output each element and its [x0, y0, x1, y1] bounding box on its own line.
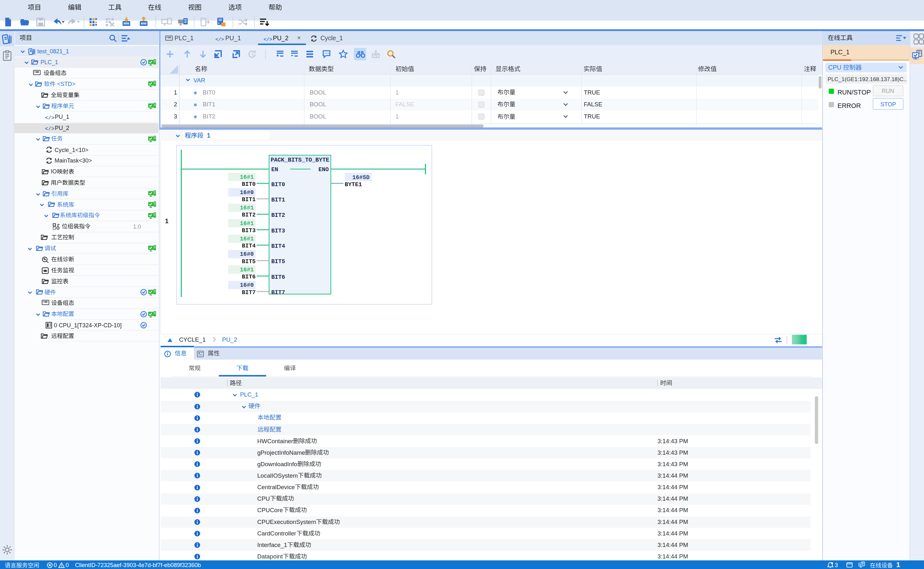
- svg-text:BIT1: BIT1: [242, 196, 256, 203]
- svg-text:BIT5: BIT5: [242, 258, 256, 265]
- svg-text:BIT6: BIT6: [242, 274, 256, 280]
- svg-text:16#0: 16#0: [240, 251, 254, 257]
- svg-text:BIT4: BIT4: [271, 243, 285, 250]
- svg-text:16#0: 16#0: [240, 282, 254, 288]
- svg-text:16#1: 16#1: [240, 220, 254, 227]
- svg-text:16#1: 16#1: [240, 205, 254, 211]
- svg-text:EN: EN: [271, 166, 278, 173]
- svg-text:BYTE1: BYTE1: [345, 181, 362, 188]
- svg-text:BIT1: BIT1: [271, 197, 285, 203]
- svg-text:BIT2: BIT2: [242, 212, 256, 218]
- svg-text:BIT4: BIT4: [242, 243, 256, 249]
- svg-text:ENO: ENO: [319, 166, 329, 173]
- svg-text:16#1: 16#1: [240, 174, 254, 180]
- svg-text:BIT7: BIT7: [271, 289, 285, 296]
- svg-text:16#5D: 16#5D: [352, 174, 370, 181]
- svg-text:16#0: 16#0: [240, 189, 254, 196]
- svg-text:BIT0: BIT0: [271, 181, 285, 188]
- svg-text:BIT5: BIT5: [271, 258, 285, 265]
- svg-text:16#1: 16#1: [240, 236, 254, 242]
- svg-text:BIT3: BIT3: [271, 228, 285, 234]
- svg-text:BIT2: BIT2: [271, 212, 285, 218]
- svg-text:BIT0: BIT0: [242, 181, 256, 187]
- svg-text:PACK_BITS_TO_BYTE: PACK_BITS_TO_BYTE: [271, 157, 329, 163]
- svg-text:BIT6: BIT6: [271, 274, 285, 280]
- svg-text:BIT3: BIT3: [242, 227, 256, 234]
- svg-text:16#1: 16#1: [240, 266, 254, 273]
- svg-text:BIT7: BIT7: [242, 289, 256, 296]
